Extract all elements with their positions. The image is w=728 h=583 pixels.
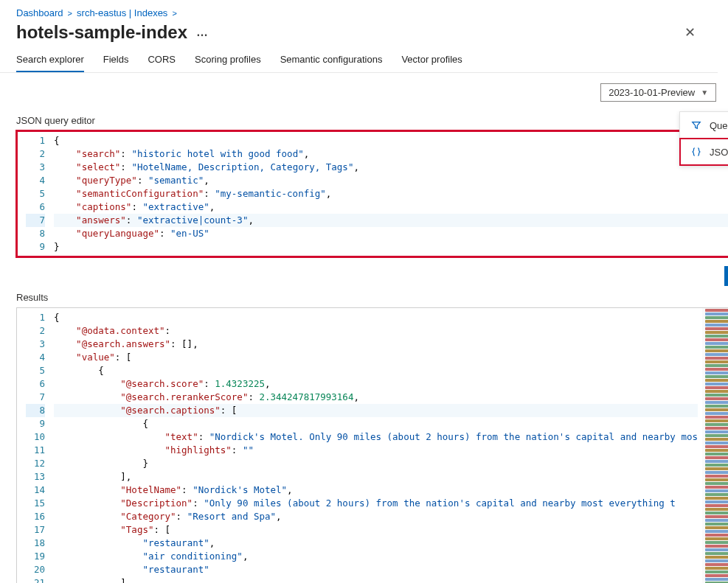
breadcrumb: Dashboard > srch-eastus | Indexes >: [0, 0, 728, 20]
tab-search-explorer[interactable]: Search explorer: [16, 54, 84, 72]
tab-cors[interactable]: CORS: [148, 54, 176, 72]
tab-vector-profiles[interactable]: Vector profiles: [401, 54, 462, 72]
results-label: Results: [16, 289, 728, 307]
results-editor[interactable]: 12345678910111213141516171819202122{ "@o…: [17, 308, 702, 583]
breadcrumb-dashboard[interactable]: Dashboard: [16, 7, 63, 18]
view-menu-query[interactable]: Query view: [680, 112, 728, 139]
json-query-editor[interactable]: 123456789{ "search": "historic hotel wit…: [16, 130, 728, 257]
query-editor-label: JSON query editor: [16, 112, 728, 130]
filter-icon: [690, 119, 702, 131]
view-menu-json-label: JSON view: [710, 147, 728, 158]
page-title: hotels-sample-index …: [16, 22, 209, 43]
view-menu-query-label: Query view: [710, 120, 728, 131]
chevron-right-icon: >: [66, 9, 74, 18]
chevron-right-icon: >: [170, 9, 178, 18]
braces-icon: [690, 146, 702, 158]
tab-scoring-profiles[interactable]: Scoring profiles: [195, 54, 261, 72]
view-dropdown-menu: Query view JSON view: [679, 111, 728, 166]
view-menu-json[interactable]: JSON view: [680, 139, 728, 165]
close-button[interactable]: ✕: [679, 21, 701, 43]
action-row: 2023-10-01-Preview ▼ View ▼: [16, 73, 728, 112]
breadcrumb-resource[interactable]: srch-eastus | Indexes: [77, 7, 167, 18]
minimap[interactable]: [702, 308, 728, 583]
tab-semantic-configurations[interactable]: Semantic configurations: [280, 54, 383, 72]
chevron-down-icon: ▼: [701, 88, 708, 97]
api-version-value: 2023-10-01-Preview: [609, 87, 695, 98]
tab-fields[interactable]: Fields: [103, 54, 129, 72]
tabs: Search explorer Fields CORS Scoring prof…: [0, 54, 718, 73]
search-button[interactable]: Search: [724, 266, 728, 286]
more-actions-button[interactable]: …: [196, 26, 209, 39]
api-version-select[interactable]: 2023-10-01-Preview ▼: [600, 83, 716, 102]
page-title-text: hotels-sample-index: [16, 22, 187, 43]
results-panel: 12345678910111213141516171819202122{ "@o…: [16, 307, 728, 583]
